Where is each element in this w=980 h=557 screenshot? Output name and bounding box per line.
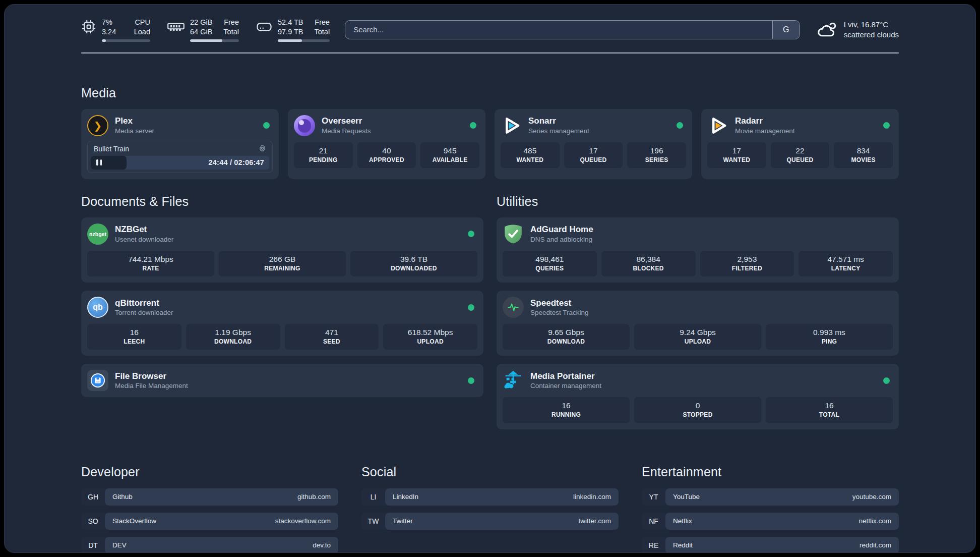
disk-progressbar (278, 39, 330, 42)
stat-available: 945AVAILABLE (420, 142, 479, 168)
stat-movies: 834MOVIES (834, 142, 893, 168)
stat-latency: 47.571 msLATENCY (799, 251, 893, 276)
disk-total-label: Total (315, 27, 330, 37)
bookmark-name: LinkedIn (393, 493, 418, 500)
bookmark-url: reddit.com (860, 541, 891, 549)
search-bar: G (345, 20, 800, 39)
card-nzbget: nzbget NZBGet Usenet downloader 744.21 M… (81, 217, 483, 283)
bookmark-url: stackoverflow.com (275, 517, 331, 525)
speedtest-icon (503, 297, 524, 318)
disk-widget: 52.4 TB97.9 TB FreeTotal (256, 18, 330, 42)
stat-download: 9.65 GbpsDOWNLOAD (503, 324, 630, 350)
adguard-app-link[interactable]: AdGuard Home DNS and adblocking (503, 224, 893, 245)
bookmark-name: Twitter (393, 517, 413, 525)
bookmark-url: twitter.com (578, 517, 611, 525)
card-title: qBittorrent (115, 298, 461, 308)
card-title: NZBGet (115, 224, 461, 235)
now-playing-title: Bullet Train (94, 145, 129, 153)
playback-progressbar[interactable]: 24:44 / 02:06:47 (91, 156, 269, 170)
weather-location-temp: Lviv, 16.87°C (844, 20, 899, 30)
nzbget-icon: nzbget (87, 224, 108, 245)
bookmark-url: linkedin.com (573, 493, 611, 500)
speedtest-app-link[interactable]: Speedtest Speedtest Tracking (503, 297, 893, 318)
search-engine-button[interactable]: G (772, 21, 800, 39)
bookmark-abbr: SO (81, 513, 105, 530)
cpu-usage: 7% (102, 18, 116, 27)
qbittorrent-icon: qb (87, 297, 108, 318)
bookmark-abbr: LI (361, 488, 385, 506)
sonarr-app-link[interactable]: Sonarr Series management (501, 115, 686, 136)
bookmark-dev[interactable]: DT DEVdev.to (81, 537, 338, 553)
pause-button[interactable] (96, 159, 102, 165)
bookmark-url: youtube.com (852, 493, 891, 500)
card-subtitle: Usenet downloader (115, 235, 461, 244)
bookmark-youtube[interactable]: YT YouTubeyoutube.com (642, 488, 899, 506)
card-radarr: Radarr Movie management 17WANTED 22QUEUE… (701, 109, 899, 179)
section-documents: Documents & Files nzbget NZBGet Usenet d… (81, 194, 483, 398)
card-speedtest: Speedtest Speedtest Tracking 9.65 GbpsDO… (497, 291, 899, 356)
qbittorrent-app-link[interactable]: qb qBittorrent Torrent downloader (87, 297, 477, 318)
section-utilities: Utilities AdGuard Home DNS and adblockin… (497, 194, 899, 429)
card-sonarr: Sonarr Series management 485WANTED 17QUE… (495, 109, 692, 179)
cpu-label: CPU (134, 18, 150, 27)
status-dot (468, 377, 474, 384)
bookmarks: Developer GH Githubgithub.com SO StackOv… (81, 465, 899, 553)
status-dot (263, 122, 270, 129)
section-title-media: Media (81, 86, 899, 100)
stat-queued: 17QUEUED (564, 142, 623, 168)
disk-total-value: 97.9 TB (278, 27, 303, 37)
stat-running: 16RUNNING (503, 397, 630, 423)
bookmark-group-social: Social LI LinkedInlinkedin.com TW Twitte… (361, 465, 619, 553)
radarr-app-link[interactable]: Radarr Movie management (707, 115, 893, 136)
status-dot (883, 122, 890, 129)
bookmark-github[interactable]: GH Githubgithub.com (81, 488, 338, 506)
card-qbittorrent: qb qBittorrent Torrent downloader 16LEEC… (81, 291, 483, 356)
status-dot (470, 122, 476, 129)
cpu-load-value: 3.24 (102, 27, 116, 37)
bookmark-url: netflix.com (859, 517, 891, 525)
card-title: File Browser (115, 371, 461, 381)
stat-leech: 16LEECH (87, 324, 181, 350)
bookmark-abbr: TW (361, 513, 385, 530)
bookmark-netflix[interactable]: NF Netflixnetflix.com (642, 513, 899, 530)
bookmark-group-developer: Developer GH Githubgithub.com SO StackOv… (81, 465, 338, 553)
disk-free-value: 52.4 TB (278, 18, 303, 27)
bookmark-abbr: RE (642, 537, 665, 553)
card-portainer: Media Portainer Container management 16R… (497, 364, 899, 429)
stat-downloaded: 39.6 TBDOWNLOADED (350, 251, 477, 276)
stat-upload: 9.24 GbpsUPLOAD (634, 324, 761, 350)
nzbget-app-link[interactable]: nzbget NZBGet Usenet downloader (87, 224, 477, 245)
cloud-icon (815, 20, 837, 39)
portainer-icon (503, 370, 524, 391)
memory-free-value: 22 GiB (190, 18, 212, 27)
stat-wanted: 485WANTED (501, 142, 560, 168)
stat-wanted: 17WANTED (707, 142, 766, 168)
stream-settings-icon[interactable] (259, 145, 266, 152)
stat-queued: 22QUEUED (771, 142, 830, 168)
bookmark-url: dev.to (313, 541, 331, 549)
stat-upload: 618.52 MbpsUPLOAD (383, 324, 477, 350)
overseerr-app-link[interactable]: Overseerr Media Requests (294, 115, 479, 136)
filebrowser-app-link[interactable]: File Browser Media File Management (87, 370, 477, 391)
cpu-widget: 7%3.24 CPULoad (81, 18, 150, 42)
bookmark-stackoverflow[interactable]: SO StackOverflowstackoverflow.com (81, 513, 338, 530)
disk-free-label: Free (315, 18, 330, 27)
memory-progressbar (190, 39, 239, 42)
search-input[interactable] (345, 21, 772, 39)
bookmark-reddit[interactable]: RE Redditreddit.com (642, 537, 899, 553)
stat-blocked: 86,384BLOCKED (601, 251, 696, 276)
card-title: Speedtest (530, 298, 893, 308)
bookmark-linkedin[interactable]: LI LinkedInlinkedin.com (361, 488, 619, 506)
card-subtitle: Media File Management (115, 381, 461, 391)
portainer-app-link[interactable]: Media Portainer Container management (503, 370, 893, 391)
bookmark-twitter[interactable]: TW Twittertwitter.com (361, 513, 619, 530)
bookmark-abbr: YT (642, 488, 665, 506)
bookmark-name: YouTube (673, 493, 700, 500)
card-filebrowser: File Browser Media File Management (81, 364, 483, 397)
memory-free-label: Free (223, 18, 239, 27)
card-subtitle: Movie management (735, 127, 877, 136)
status-dot (468, 304, 474, 311)
card-subtitle: Speedtest Tracking (530, 308, 893, 317)
plex-app-link[interactable]: ❯ Plex Media server (87, 115, 273, 136)
disk-icon (256, 19, 272, 34)
